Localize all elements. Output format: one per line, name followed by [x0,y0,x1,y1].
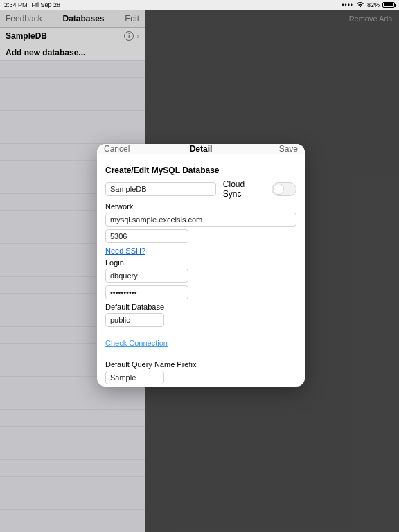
db-name-input[interactable] [105,182,216,196]
form-section-title: Create/Edit MySQL Database [105,166,296,175]
prefix-input[interactable] [105,371,164,384]
login-user-input[interactable] [105,269,188,283]
cancel-button[interactable]: Cancel [104,144,130,154]
battery-icon [382,2,395,8]
wifi-icon [356,1,364,9]
modal-body: Create/Edit MySQL Database Cloud Sync Ne… [97,154,305,387]
port-input[interactable] [105,229,188,243]
save-button[interactable]: Save [279,144,298,154]
modal-header: Cancel Detail Save [97,144,305,154]
default-db-input[interactable] [105,313,164,327]
date: Fri Sep 28 [32,1,61,8]
network-label: Network [105,202,296,211]
detail-modal: Cancel Detail Save Create/Edit MySQL Dat… [97,144,305,387]
login-label: Login [105,258,296,267]
battery-pct: 82% [367,1,380,8]
login-pass-input[interactable] [105,285,188,299]
prefix-label: Default Query Name Prefix [105,360,296,369]
host-input[interactable] [105,213,296,227]
app-root: 2:34 PM Fri Sep 28 •••• 82% Feedback Dat… [0,0,399,532]
status-bar: 2:34 PM Fri Sep 28 •••• 82% [0,0,399,10]
default-db-label: Default Database [105,303,296,311]
cloud-sync-label: Cloud Sync [223,179,263,199]
signal-dots-icon: •••• [342,1,353,8]
need-ssh-link[interactable]: Need SSH? [105,247,145,255]
check-connection-link[interactable]: Check Connection [105,339,168,347]
clock: 2:34 PM [4,1,28,8]
modal-title: Detail [190,144,213,154]
cloud-sync-toggle[interactable] [272,182,296,196]
